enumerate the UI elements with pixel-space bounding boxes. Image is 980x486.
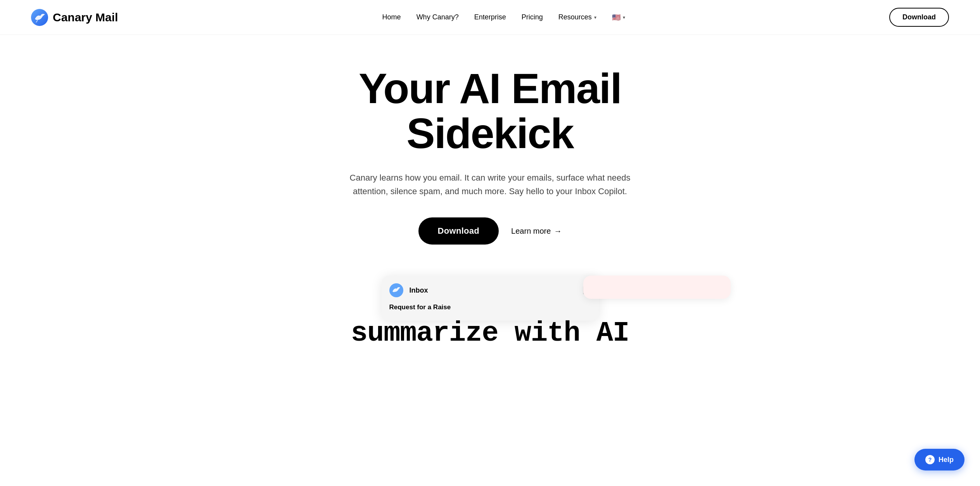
arrow-icon: → — [554, 227, 562, 236]
hero-cta-container: Download Learn more → — [418, 217, 562, 245]
email-mockup: Inbox ⬜ Request for a Raise — [382, 276, 599, 321]
email-subject: Request for a Raise — [389, 303, 591, 311]
logo-text: Canary Mail — [53, 11, 118, 24]
flag-chevron-icon: ▾ — [623, 15, 625, 20]
learn-more-text: Learn more — [511, 227, 551, 236]
nav-flag-dropdown[interactable]: 🇺🇸 ▾ — [612, 13, 625, 22]
preview-section: Inbox ⬜ Request for a Raise summarize wi… — [0, 268, 980, 345]
ai-handwritten-text: summarize with AI — [351, 317, 629, 345]
nav-dropdown-resources[interactable]: Resources ▾ — [558, 13, 596, 21]
help-icon: ? — [925, 455, 935, 464]
navbar: Canary Mail Home Why Canary? Enterprise … — [0, 0, 980, 35]
help-button[interactable]: ? Help — [914, 449, 964, 470]
hero-learn-more-link[interactable]: Learn more → — [511, 227, 562, 236]
email-inbox-label: Inbox — [410, 286, 428, 295]
email-mockup-logo-icon — [389, 283, 403, 297]
hero-title: Your AI Email Sidekick — [359, 66, 621, 155]
nav-link-pricing[interactable]: Pricing — [522, 13, 543, 21]
flag-icon: 🇺🇸 — [612, 13, 620, 22]
preview-container: Inbox ⬜ Request for a Raise summarize wi… — [219, 268, 762, 345]
nav-link-enterprise[interactable]: Enterprise — [474, 13, 506, 21]
ai-bubble — [583, 276, 731, 299]
logo-icon — [31, 9, 48, 26]
help-label: Help — [939, 456, 954, 464]
email-mockup-header: Inbox ⬜ — [389, 283, 591, 297]
nav-download-button[interactable]: Download — [889, 8, 949, 27]
hero-subtitle: Canary learns how you email. It can writ… — [343, 171, 638, 198]
nav-links: Home Why Canary? Enterprise Pricing Reso… — [382, 13, 625, 22]
nav-link-home[interactable]: Home — [382, 13, 401, 21]
hero-download-button[interactable]: Download — [418, 217, 499, 245]
nav-link-why-canary[interactable]: Why Canary? — [417, 13, 459, 21]
resources-chevron-icon: ▾ — [594, 15, 596, 20]
hero-section: Your AI Email Sidekick Canary learns how… — [0, 35, 980, 268]
logo-link[interactable]: Canary Mail — [31, 9, 118, 26]
